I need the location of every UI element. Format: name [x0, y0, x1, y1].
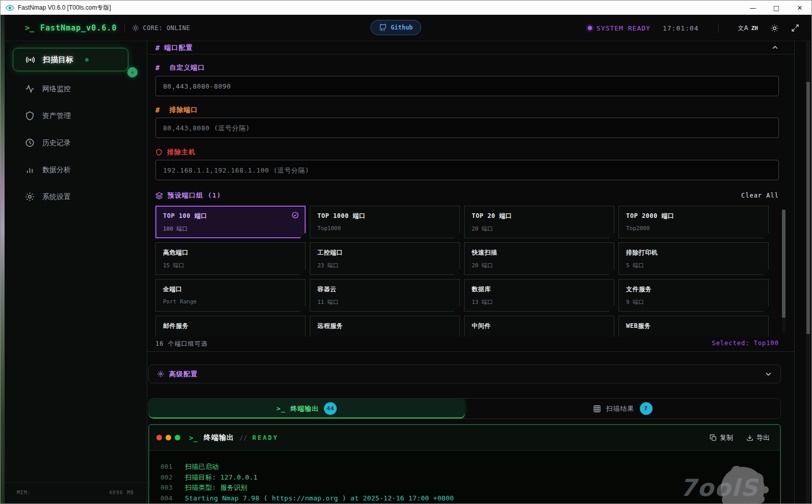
sidebar-item-data-analysis[interactable]: 数据分析: [5, 156, 146, 183]
ban-shield-icon: [155, 149, 163, 156]
custom-ports-input[interactable]: [155, 76, 779, 96]
clock-icon: [25, 138, 35, 148]
core-gear-icon: [132, 24, 139, 32]
sidebar-item-label: 历史记录: [42, 138, 71, 148]
sun-icon: [770, 24, 779, 33]
clear-all-button[interactable]: Clear All: [741, 192, 779, 199]
card-subtitle: 9 端口: [626, 298, 761, 306]
preset-port-card[interactable]: 快速扫描 20 端口: [464, 242, 614, 275]
sidebar-item-label: 扫描目标: [43, 55, 73, 65]
copy-icon: [710, 434, 717, 441]
layers-icon: [155, 192, 163, 200]
card-title: 快速扫描: [472, 248, 607, 257]
card-title: 文件服务: [626, 285, 761, 294]
preset-port-card[interactable]: 工控端口 23 端口: [310, 242, 460, 275]
close-button[interactable]: ✕: [788, 1, 811, 15]
theme-toggle-button[interactable]: [770, 24, 779, 33]
sidebar-item-label: 资产管理: [42, 111, 71, 121]
app-topbar: >_ FastNmap_v0.6.0 CORE: ONLINE Github S…: [5, 15, 811, 41]
expand-section-button[interactable]: [765, 370, 772, 378]
sidebar-collapse-button[interactable]: ‹: [127, 67, 138, 77]
app-eye-icon: [6, 4, 14, 12]
preset-port-card[interactable]: 全端口 Port Range: [155, 279, 306, 312]
shield-icon: [25, 111, 35, 121]
tab-terminal-output[interactable]: >_ 终端输出 44: [149, 399, 465, 418]
sidebar-item-system-settings[interactable]: 系统设置: [5, 183, 146, 210]
exclude-hosts-input[interactable]: [155, 160, 779, 180]
tab-scan-results[interactable]: 扫描结果 7: [465, 399, 780, 418]
preset-groups-label: 预设端口组 (1): [155, 191, 221, 200]
card-title: 中间件: [472, 322, 607, 330]
preset-port-card[interactable]: TOP 1000 端口 Top1000: [310, 206, 460, 238]
card-title: 排除打印机: [626, 248, 761, 257]
window-title: FastNmap V0.6.0 [T00ls.com专版]: [18, 4, 111, 12]
status-dot: [588, 26, 592, 30]
collapse-section-button[interactable]: [771, 44, 779, 51]
sidebar-item-label: 网络监控: [42, 85, 71, 94]
card-subtitle: 15 端口: [163, 262, 298, 269]
terminal-actions: 复制 导出: [710, 433, 770, 442]
card-title: 工控端口: [317, 248, 452, 257]
preset-port-card[interactable]: 远程服务: [310, 316, 460, 337]
topbar-divider-2: [718, 23, 719, 33]
preset-port-card[interactable]: 邮件服务: [155, 316, 306, 337]
mem-value: 4096 MB: [109, 490, 134, 503]
terminal-title: 终端输出: [204, 433, 234, 442]
export-label: 导出: [756, 433, 770, 442]
maximize-button[interactable]: □: [765, 1, 788, 15]
sidebar-item-asset-management[interactable]: 资产管理: [5, 102, 146, 129]
terminal-status: READY: [253, 434, 279, 441]
card-subtitle: 23 端口: [317, 262, 452, 269]
card-subtitle: 20 端口: [472, 225, 607, 233]
card-subtitle: 100 端口: [163, 225, 298, 233]
fullscreen-button[interactable]: [791, 24, 799, 32]
terminal-header: >_ 终端输出 // READY 复制 导出: [149, 425, 780, 451]
preset-port-card[interactable]: 文件服务 9 端口: [618, 279, 769, 312]
preset-port-card[interactable]: TOP 100 端口 100 端口: [155, 206, 306, 238]
preset-grid-scrollbar-thumb[interactable]: [782, 210, 786, 318]
export-button[interactable]: 导出: [746, 433, 770, 442]
sidebar: 扫描目标 网络监控 资产管理 历史记录 数据分析: [5, 41, 146, 503]
card-subtitle: 13 端口: [472, 298, 607, 306]
exclude-ports-input[interactable]: [155, 118, 779, 138]
main-scrollbar: [806, 41, 810, 503]
card-subtitle: Port Range: [163, 298, 298, 305]
exclude-ports-label-text: 排除端口: [169, 105, 198, 115]
sidebar-item-network-monitor[interactable]: 网络监控: [5, 75, 146, 102]
preset-count-text: 16 个端口组可选: [155, 340, 208, 348]
preset-port-card[interactable]: 中间件: [464, 316, 614, 337]
translate-icon: 文A: [738, 24, 748, 33]
line-number: 003: [160, 483, 178, 493]
core-status-label: CORE: ONLINE: [143, 24, 191, 32]
sidebar-nav: 网络监控 资产管理 历史记录 数据分析 系统设置: [5, 75, 146, 210]
main-scrollbar-thumb[interactable]: [806, 82, 810, 334]
traffic-dot-yellow: [166, 435, 171, 440]
custom-ports-label: # 自定义端口: [155, 63, 205, 72]
sidebar-item-scan-target[interactable]: 扫描目标: [13, 48, 128, 71]
preset-port-card[interactable]: 容器云 11 端口: [310, 279, 460, 312]
card-title: 数据库: [472, 285, 607, 294]
language-toggle[interactable]: 文A ZH: [738, 24, 758, 33]
preset-port-card[interactable]: WEB服务: [618, 316, 769, 337]
terminal-prompt-icon: >_: [277, 405, 286, 412]
exclude-ports-label: # 排除端口: [155, 105, 198, 115]
card-title: 邮件服务: [163, 322, 298, 330]
preset-groups-label-text: 预设端口组 (1): [168, 191, 221, 200]
minimize-button[interactable]: —: [741, 1, 765, 15]
preset-port-card[interactable]: TOP 2000 端口 Top2000: [618, 206, 769, 238]
card-subtitle: Top1000: [317, 225, 452, 232]
brand-name: FastNmap_v0.6.0: [40, 23, 117, 33]
preset-port-grid: TOP 100 端口 100 端口 TOP 1000 端口 Top1000: [155, 206, 769, 337]
preset-port-card[interactable]: TOP 20 端口 20 端口: [464, 206, 614, 238]
copy-button[interactable]: 复制: [710, 433, 733, 442]
preset-port-card[interactable]: 排除打印机 5 端口: [618, 242, 769, 275]
advanced-config-panel[interactable]: 高级配置: [148, 365, 781, 383]
t00ls-watermark: 7oolS: [680, 474, 759, 501]
github-button[interactable]: Github: [370, 20, 421, 35]
preset-port-card[interactable]: 数据库 13 端口: [464, 279, 614, 312]
sidebar-item-history[interactable]: 历史记录: [5, 129, 146, 156]
card-title: TOP 2000 端口: [626, 212, 761, 220]
preset-port-card[interactable]: 高危端口 15 端口: [155, 242, 306, 275]
traffic-dot-red: [156, 435, 162, 440]
port-config-header[interactable]: # 端口配置: [147, 41, 794, 54]
